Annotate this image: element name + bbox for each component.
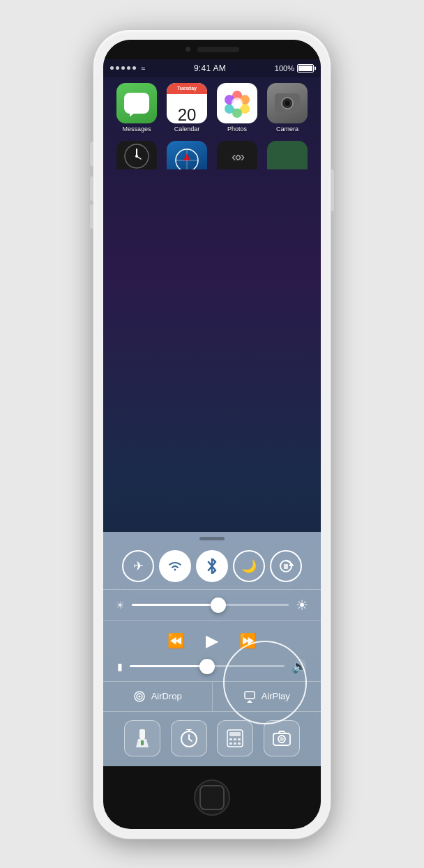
rotation-lock-toggle[interactable] — [270, 550, 302, 582]
airplay-button[interactable]: AirPlay — [213, 682, 321, 711]
volume-thumb[interactable] — [199, 659, 215, 674]
calculator-button[interactable] — [217, 720, 253, 756]
camera-icon-bg — [267, 83, 308, 123]
front-camera — [186, 47, 190, 52]
calendar-day-name: Tuesday — [177, 86, 197, 91]
timer-icon — [180, 729, 198, 747]
svg-rect-17 — [284, 564, 288, 569]
svg-point-20 — [138, 695, 140, 697]
app-row-2-partial: «» — [103, 138, 321, 169]
app-safari-icon — [167, 141, 207, 169]
airplay-label: AirPlay — [262, 691, 290, 701]
messages-bubble — [124, 93, 149, 114]
volume-row: ▮ 🔊 — [117, 659, 307, 674]
svg-line-28 — [189, 739, 192, 741]
brightness-slider[interactable] — [132, 604, 289, 606]
app-films-icon: «» — [217, 141, 257, 169]
svg-marker-16 — [289, 563, 294, 566]
camera-shortcut-icon — [273, 731, 291, 746]
volume-fill — [130, 665, 207, 667]
svg-rect-33 — [229, 738, 232, 740]
svg-rect-34 — [234, 738, 236, 740]
play-button[interactable]: ▶ — [206, 631, 218, 650]
brightness-fill — [132, 604, 218, 606]
signal-dot-5 — [132, 66, 136, 70]
calendar-label: Calendar — [174, 125, 200, 132]
svg-point-41 — [280, 737, 284, 741]
volume-low-icon: ▮ — [117, 661, 123, 672]
bluetooth-icon — [206, 558, 218, 574]
svg-point-10 — [135, 155, 138, 158]
app-clock-icon — [116, 141, 157, 169]
svg-rect-25 — [141, 740, 144, 745]
svg-rect-21 — [245, 692, 255, 699]
brightness-row: ☀ ☀ — [103, 590, 321, 621]
drag-handle-area[interactable] — [103, 532, 321, 546]
messages-label: Messages — [122, 125, 151, 132]
app-misc — [267, 141, 308, 169]
airdrop-button[interactable]: AirDrop — [103, 682, 213, 711]
svg-rect-23 — [139, 729, 145, 739]
app-messages[interactable]: Messages — [116, 83, 157, 132]
svg-marker-14 — [183, 153, 190, 160]
wifi-icon — [167, 560, 183, 572]
flashlight-button[interactable] — [124, 720, 160, 756]
signal-dot-2 — [116, 66, 119, 70]
status-bar: ≈ 9:41 AM 100% — [103, 59, 321, 77]
calendar-header: Tuesday — [167, 83, 207, 94]
app-photos[interactable]: Photos — [217, 83, 257, 132]
rotation-lock-icon — [278, 558, 294, 574]
volume-high-icon: 🔊 — [292, 659, 307, 674]
calculator-icon — [227, 729, 243, 747]
status-time: 9:41 AM — [194, 63, 226, 73]
camera-lens — [281, 97, 294, 109]
airdrop-label: AirDrop — [151, 691, 182, 701]
moon-icon: 🌙 — [241, 558, 257, 574]
battery-percent-label: 100% — [275, 64, 294, 73]
svg-point-6 — [232, 98, 243, 109]
home-button[interactable] — [194, 779, 230, 816]
calendar-day-num: 20 — [178, 107, 197, 123]
airplane-icon: ✈ — [133, 558, 144, 574]
camera-shortcut-button[interactable] — [264, 720, 300, 756]
app-calendar[interactable]: Tuesday 20 Calendar — [167, 83, 207, 132]
chevrons-icon: «» — [232, 149, 243, 165]
drag-pill — [199, 537, 225, 540]
photos-label: Photos — [227, 125, 247, 132]
rewind-button[interactable]: ⏪ — [167, 632, 185, 649]
airplane-mode-toggle[interactable]: ✈ — [122, 550, 154, 582]
camera-lens-inner — [284, 100, 291, 107]
camera-body — [275, 93, 300, 113]
timer-button[interactable] — [171, 720, 207, 756]
phone-screen: ≈ 9:41 AM 100% Messages — [103, 40, 321, 829]
bluetooth-toggle[interactable] — [196, 550, 228, 582]
airdrop-airplay-row: AirDrop AirPlay — [103, 682, 321, 712]
photos-flower-icon — [222, 88, 252, 119]
home-button-inner — [199, 785, 225, 810]
wifi-status-icon: ≈ — [141, 64, 145, 73]
svg-rect-37 — [234, 743, 236, 745]
top-bezel — [103, 40, 321, 59]
do-not-disturb-toggle[interactable]: 🌙 — [233, 550, 265, 582]
signal-area: ≈ — [110, 64, 145, 73]
airdrop-icon — [133, 690, 146, 703]
speaker — [197, 47, 239, 52]
volume-slider[interactable] — [130, 665, 285, 667]
battery-area: 100% — [275, 64, 314, 73]
fast-forward-button[interactable]: ⏩ — [239, 632, 257, 649]
svg-marker-22 — [247, 700, 252, 703]
homescreen: ≈ 9:41 AM 100% Messages — [103, 59, 321, 766]
wifi-toggle[interactable] — [159, 550, 191, 582]
signal-dot-3 — [121, 66, 125, 70]
toggle-row: ✈ — [103, 546, 321, 590]
tools-row — [103, 712, 321, 766]
brightness-thumb[interactable] — [211, 597, 226, 613]
media-section: ⏪ ▶ ⏩ ▮ 🔊 — [103, 621, 321, 682]
control-center: ✈ — [103, 532, 321, 766]
svg-rect-35 — [238, 738, 241, 740]
media-controls: ⏪ ▶ ⏩ — [117, 631, 307, 650]
app-row-1: Messages Tuesday 20 Calendar — [103, 77, 321, 138]
brightness-high-icon: ☀ — [296, 597, 308, 614]
bottom-bezel — [103, 766, 321, 829]
app-camera[interactable]: Camera — [267, 83, 308, 132]
